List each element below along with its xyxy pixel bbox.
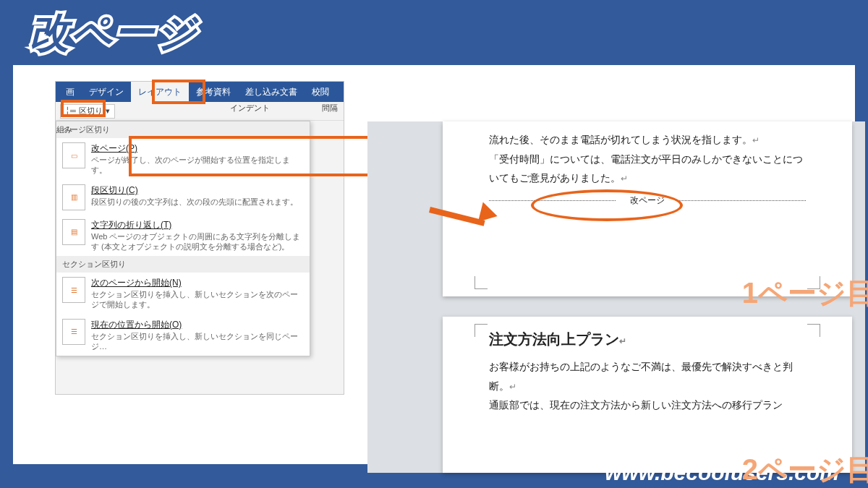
return-mark-icon: ↵ bbox=[509, 382, 516, 392]
page2-heading: 注文方法向上プラン↵ bbox=[489, 325, 806, 353]
page1-line2: 「受付時間」については、電話注文が平日のみしかできないことについてもご意見があり… bbox=[489, 150, 806, 188]
menu-item-next-page-title: 次のページから開始(N) bbox=[91, 277, 304, 289]
next-page-icon: ☰ bbox=[62, 277, 85, 303]
return-mark-icon: ↵ bbox=[619, 336, 626, 346]
content-panel: 画 デザイン レイアウト 参考資料 差し込み文書 校閲 表 ╎═ 区切り ▾ ペ… bbox=[13, 65, 855, 464]
annotation-arrow bbox=[430, 200, 509, 228]
word-document-screenshot: 流れた後、そのまま電話が切れてしまう状況を指します。↵ 「受付時間」については、… bbox=[367, 121, 865, 473]
menu-item-continuous-title: 現在の位置から開始(O) bbox=[91, 319, 304, 331]
annotation-page-1: 1ページ目 bbox=[742, 273, 868, 313]
arrow-head-icon bbox=[478, 202, 500, 226]
spacing-label: 間隔 bbox=[322, 103, 338, 114]
return-mark-icon: ↵ bbox=[752, 135, 760, 145]
menu-item-text-wrap-desc: Web ページのオブジェクトの周囲にある文字列を分離します (本文とオブジェクト… bbox=[91, 231, 304, 252]
menu-item-column-break-desc: 段区切りの後の文字列は、次の段の先頭に配置されます。 bbox=[91, 197, 298, 207]
breaks-section-section: セクション区切り bbox=[56, 256, 310, 273]
page2-line2: 通販部では、現在の注文方法から新しい注文方法への移行プラン bbox=[489, 395, 806, 415]
crop-mark-icon bbox=[475, 276, 488, 289]
highlight-breaks-button bbox=[61, 100, 106, 117]
menu-item-continuous[interactable]: ☰ 現在の位置から開始(O) セクション区切りを挿入し、新しいセクションを同じペ… bbox=[56, 314, 310, 356]
menu-item-next-page[interactable]: ☰ 次のページから開始(N) セクション区切りを挿入し、新しいセクションを次のペ… bbox=[56, 273, 310, 314]
menu-item-continuous-desc: セクション区切りを挿入し、新しいセクションを同じページ… bbox=[91, 331, 304, 352]
menu-item-text-wrap[interactable]: ▤ 文字列の折り返し(T) Web ページのオブジェクトの周囲にある文字列を分離… bbox=[56, 215, 310, 257]
tab-mailings[interactable]: 差し込み文書 bbox=[238, 82, 305, 102]
tab-table[interactable]: 表 bbox=[336, 82, 344, 102]
return-mark-icon: ↵ bbox=[621, 174, 628, 184]
text-wrap-icon: ▤ bbox=[62, 219, 85, 245]
chevron-down-icon: ▾ bbox=[106, 106, 110, 116]
page2-line1: お客様がお持ちの上記のようなご不満は、最優先で解決すべきと判断。↵ bbox=[489, 357, 806, 395]
arrow-line-icon bbox=[429, 207, 485, 226]
slide-title: 改ページ bbox=[29, 6, 198, 61]
annotation-page-2: 2ページ目 bbox=[742, 450, 868, 488]
page1-line1: 流れた後、そのまま電話が切れてしまう状況を指します。↵ bbox=[489, 130, 806, 150]
menu-item-next-page-desc: セクション区切りを挿入し、新しいセクションを次のページで開始します。 bbox=[91, 289, 304, 310]
word-ribbon-screenshot: 画 デザイン レイアウト 参考資料 差し込み文書 校閲 表 ╎═ 区切り ▾ ペ… bbox=[55, 81, 344, 395]
crop-mark-icon bbox=[807, 324, 820, 337]
tab-design[interactable]: デザイン bbox=[82, 82, 131, 102]
tab-ga[interactable]: 画 bbox=[59, 82, 82, 102]
menu-item-column-break[interactable]: ▥ 段区切り(C) 段区切りの後の文字列は、次の段の先頭に配置されます。 bbox=[56, 180, 310, 215]
page-break-icon: ▭ bbox=[62, 142, 85, 168]
ribbon-labels: インデント 間隔 bbox=[230, 103, 338, 114]
column-break-icon: ▥ bbox=[62, 184, 85, 210]
tab-review[interactable]: 校閲 bbox=[305, 82, 336, 102]
menu-item-text-wrap-title: 文字列の折り返し(T) bbox=[91, 219, 304, 231]
highlight-page-break-item bbox=[129, 136, 386, 176]
highlight-ellipse bbox=[531, 189, 683, 221]
menu-item-column-break-title: 段区切り(C) bbox=[91, 184, 298, 197]
indent-label: インデント bbox=[230, 103, 270, 114]
ribbon-group-label: 組み bbox=[56, 124, 72, 135]
continuous-icon: ☰ bbox=[62, 319, 85, 345]
highlight-layout-tab bbox=[152, 80, 205, 104]
crop-mark-icon bbox=[475, 324, 488, 337]
